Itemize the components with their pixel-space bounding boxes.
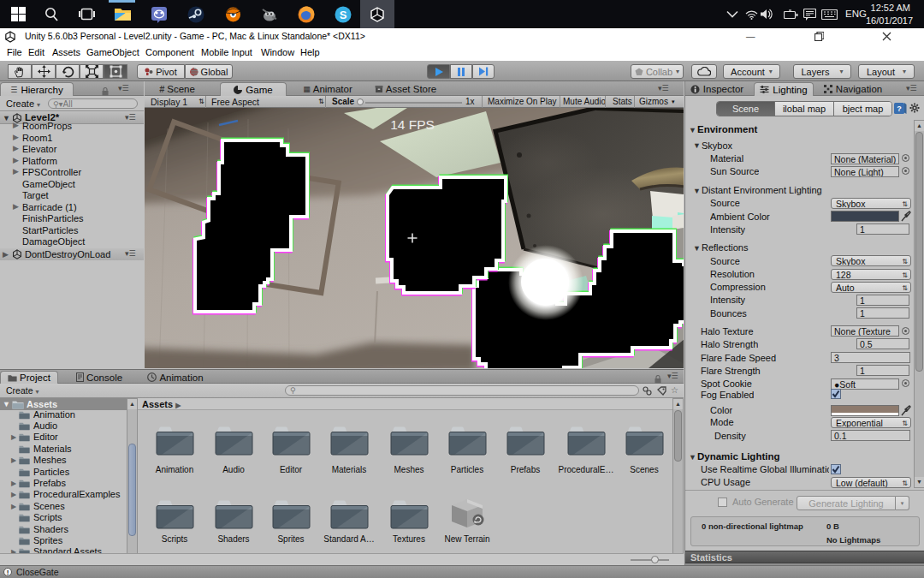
svg-text:?: ?: [897, 104, 902, 113]
svg-text:S: S: [340, 8, 347, 21]
svg-text:14 FPS: 14 FPS: [390, 117, 435, 132]
